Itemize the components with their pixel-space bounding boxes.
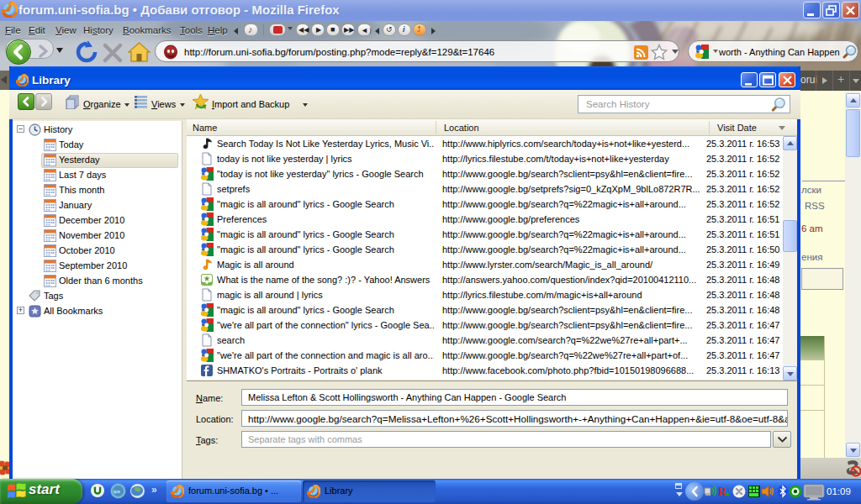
svg-text:ips: ips bbox=[114, 489, 120, 494]
svg-text:R: R bbox=[718, 486, 727, 498]
